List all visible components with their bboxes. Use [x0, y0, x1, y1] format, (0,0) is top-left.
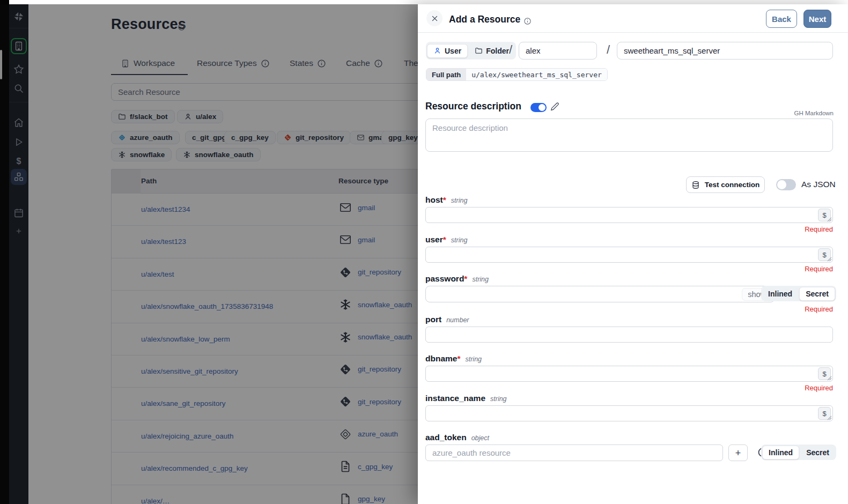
as-json-toggle[interactable]	[776, 179, 796, 190]
close-icon[interactable]	[426, 10, 443, 26]
path-separator: /	[607, 43, 610, 57]
next-button[interactable]: Next	[803, 10, 831, 28]
field-label-dbname: dbname* string	[425, 354, 482, 364]
description-heading: Resource description	[425, 101, 521, 112]
required-hint: Required	[805, 384, 833, 392]
drawer-backdrop[interactable]	[0, 4, 418, 504]
pencil-icon[interactable]	[550, 102, 559, 113]
field-label-user: user* string	[425, 235, 467, 244]
info-icon[interactable]	[523, 17, 532, 25]
port-input[interactable]	[425, 327, 833, 343]
header-divider	[418, 32, 848, 33]
field-label-aad-token: aad_token object	[425, 433, 489, 442]
dbname-input[interactable]: $	[425, 366, 833, 382]
aad-token-storage-toggle: Inlined Secret	[761, 444, 836, 460]
add-resource-button[interactable]: +	[728, 444, 748, 461]
full-path: Full path u/alex/sweetheart_ms_sql_serve…	[426, 68, 608, 81]
inlined-option[interactable]: Inlined	[762, 287, 798, 300]
inlined-option[interactable]: Inlined	[762, 446, 799, 459]
aad-token-resource-input[interactable]	[425, 444, 723, 461]
description-textarea[interactable]	[425, 118, 833, 152]
user-input[interactable]: $	[425, 247, 833, 263]
owner-kind-user[interactable]: User	[427, 44, 468, 58]
secret-option[interactable]: Secret	[799, 287, 835, 301]
required-hint: Required	[805, 305, 833, 313]
path-separator: /	[509, 43, 512, 57]
full-path-label: Full path	[426, 69, 466, 80]
required-hint: Required	[805, 225, 833, 233]
field-label-instance-name: instance_name string	[425, 394, 507, 403]
database-icon	[691, 181, 700, 189]
add-resource-drawer: Add a Resource Back Next User Folder / /…	[418, 4, 848, 504]
field-label-port: port number	[425, 315, 469, 324]
instance-name-input[interactable]: $	[425, 405, 833, 421]
folder-icon	[475, 47, 483, 55]
back-button[interactable]: Back	[766, 10, 797, 28]
owner-kind-toggle: User Folder	[426, 42, 516, 60]
field-label-host: host* string	[425, 195, 467, 205]
password-storage-toggle: Inlined Secret	[761, 286, 836, 301]
as-json-label: As JSON	[801, 180, 836, 189]
full-path-value: u/alex/sweetheart_ms_sql_server	[466, 69, 607, 80]
markdown-hint: GH Markdown	[794, 110, 834, 116]
owner-name-input[interactable]	[519, 42, 597, 60]
secret-option[interactable]: Secret	[800, 446, 835, 459]
host-input[interactable]: $	[425, 207, 833, 223]
drawer-title: Add a Resource	[449, 14, 520, 25]
password-input[interactable]: show	[425, 286, 775, 302]
app-window: $ Resources Workspace Resource Types Sta…	[0, 0, 848, 504]
user-icon	[433, 47, 441, 55]
test-connection-button[interactable]: Test connection	[686, 176, 765, 193]
field-label-password: password* string	[425, 274, 489, 284]
top-browser-strip	[9, 0, 848, 4]
resource-name-input[interactable]	[617, 42, 833, 60]
required-hint: Required	[805, 265, 833, 273]
description-toggle[interactable]	[530, 103, 547, 112]
owner-kind-folder[interactable]: Folder	[469, 45, 515, 57]
